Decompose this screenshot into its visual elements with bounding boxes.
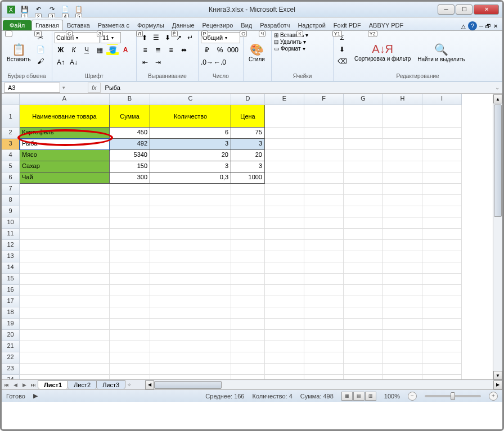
column-header-E[interactable]: E	[265, 94, 304, 105]
cell[interactable]	[422, 217, 462, 229]
cell-d2[interactable]: 75	[231, 128, 265, 139]
cell[interactable]	[344, 206, 383, 217]
cell[interactable]	[265, 285, 304, 296]
row-header-23[interactable]: 23	[2, 364, 20, 375]
tab-addins[interactable]: НадстройК	[294, 20, 329, 30]
row-header-6[interactable]: 6	[2, 173, 20, 184]
cell[interactable]	[304, 150, 344, 161]
cell[interactable]	[304, 352, 344, 364]
cell[interactable]	[231, 296, 265, 307]
cell[interactable]	[383, 128, 422, 139]
cell[interactable]	[383, 319, 422, 330]
cell[interactable]	[422, 375, 462, 379]
cell[interactable]	[422, 195, 462, 206]
minimize-button[interactable]: ─	[438, 4, 454, 15]
shrink-font-icon[interactable]: А↓	[68, 57, 80, 68]
cell[interactable]	[344, 184, 383, 195]
currency-icon[interactable]: ₽	[201, 44, 213, 56]
cell[interactable]	[383, 139, 422, 150]
font-color-icon[interactable]: А	[119, 44, 132, 56]
cell[interactable]	[344, 195, 383, 206]
cell[interactable]	[383, 173, 422, 184]
copy-icon[interactable]: 📄	[34, 44, 47, 55]
save-icon[interactable]: 💾1	[19, 3, 31, 16]
tab-abbyy[interactable]: ABBYY PDFY2	[365, 20, 408, 30]
cell-d5[interactable]: 3	[231, 161, 265, 173]
cell[interactable]	[110, 352, 150, 364]
worksheet-grid[interactable]: ABCDEFGHI1Наименование товараСуммаКоличе…	[2, 94, 502, 379]
row-header-16[interactable]: 16	[2, 285, 20, 296]
cell[interactable]	[422, 285, 462, 296]
cell[interactable]	[304, 251, 344, 262]
row-header-12[interactable]: 12	[2, 240, 20, 251]
cell[interactable]	[383, 161, 422, 173]
cell[interactable]	[265, 240, 304, 251]
bold-icon[interactable]: Ж	[55, 44, 67, 56]
cell[interactable]	[20, 240, 110, 251]
cell[interactable]	[231, 195, 265, 206]
cell[interactable]	[422, 307, 462, 319]
cell[interactable]	[344, 217, 383, 229]
cell[interactable]	[383, 150, 422, 161]
cell[interactable]	[422, 251, 462, 262]
cell[interactable]	[231, 341, 265, 352]
zoom-out-button[interactable]: −	[408, 392, 417, 401]
cell[interactable]	[150, 251, 231, 262]
increase-decimal-icon[interactable]: .0→	[201, 57, 213, 68]
row-header-14[interactable]: 14	[2, 262, 20, 274]
cell[interactable]	[383, 375, 422, 379]
header-cell[interactable]: Наименование товара	[20, 105, 110, 128]
cell[interactable]	[383, 229, 422, 240]
cell-b3[interactable]: 492	[110, 139, 150, 150]
cell[interactable]	[422, 330, 462, 341]
cell[interactable]	[304, 217, 344, 229]
cell[interactable]	[344, 352, 383, 364]
cell[interactable]	[344, 274, 383, 285]
tab-view[interactable]: ВидО	[237, 20, 256, 30]
cell[interactable]	[304, 195, 344, 206]
view-layout-icon[interactable]: ▤	[353, 392, 364, 401]
cell[interactable]	[422, 274, 462, 285]
cell[interactable]	[383, 296, 422, 307]
comma-icon[interactable]: 000	[227, 44, 239, 56]
grow-font-icon[interactable]: А↑	[55, 57, 67, 68]
tab-insert[interactable]: ВставкаС	[63, 20, 94, 30]
font-size-combo[interactable]: 11▾	[101, 32, 121, 43]
cell[interactable]	[231, 240, 265, 251]
cell[interactable]	[20, 217, 110, 229]
cell-a4[interactable]: Мясо	[20, 150, 110, 161]
italic-icon[interactable]: К	[68, 44, 80, 56]
cell[interactable]	[20, 195, 110, 206]
cell[interactable]	[231, 307, 265, 319]
sort-filter-button[interactable]: А↓Я Сортировка и фильтр	[352, 32, 413, 72]
cell[interactable]	[265, 319, 304, 330]
cell[interactable]	[422, 150, 462, 161]
cell[interactable]	[231, 206, 265, 217]
zoom-level[interactable]: 100%	[384, 393, 400, 400]
vertical-scroll-thumb[interactable]	[494, 105, 502, 217]
cell[interactable]	[150, 285, 231, 296]
cell[interactable]	[344, 375, 383, 379]
horizontal-scroll-thumb[interactable]	[154, 381, 222, 389]
cell[interactable]	[265, 296, 304, 307]
zoom-handle[interactable]	[451, 392, 455, 400]
cell[interactable]	[110, 206, 150, 217]
cell[interactable]	[150, 184, 231, 195]
decrease-indent-icon[interactable]: ⇤	[139, 57, 151, 68]
cell[interactable]	[383, 274, 422, 285]
cell-a2[interactable]: Картофель	[20, 128, 110, 139]
row-header-9[interactable]: 9	[2, 206, 20, 217]
cell[interactable]	[383, 206, 422, 217]
tab-review[interactable]: РецензироР	[199, 20, 237, 30]
cell[interactable]	[265, 128, 304, 139]
cell-c2[interactable]: 6	[150, 128, 231, 139]
sheet-next-icon[interactable]: ▶	[20, 382, 29, 388]
cell-a3[interactable]: Рыба	[20, 139, 110, 150]
cell-a6[interactable]: Чай	[20, 173, 110, 184]
row-header-11[interactable]: 11	[2, 229, 20, 240]
find-select-button[interactable]: 🔍 Найти и выделить	[415, 32, 467, 72]
cell[interactable]	[344, 251, 383, 262]
cell[interactable]	[265, 173, 304, 184]
cell[interactable]	[344, 139, 383, 150]
row-header-20[interactable]: 20	[2, 330, 20, 341]
